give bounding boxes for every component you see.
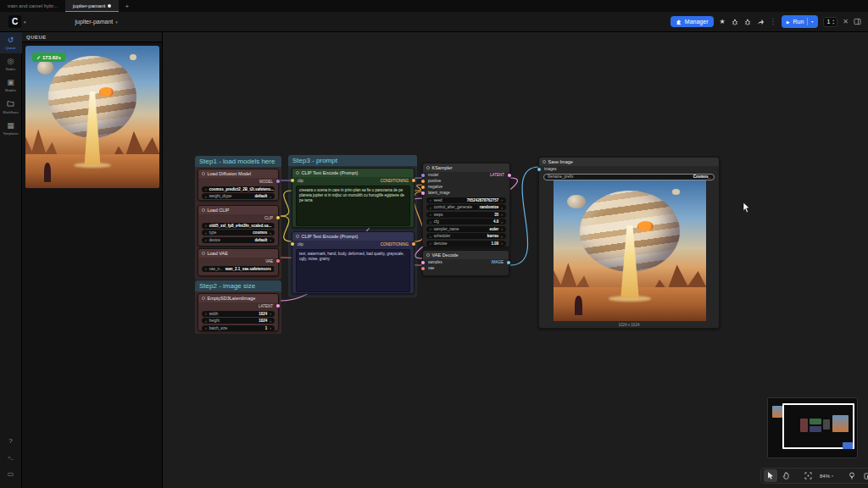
prev-icon[interactable]: ‹: [205, 223, 207, 228]
next-icon[interactable]: ›: [270, 311, 271, 316]
clip-input-port[interactable]: [291, 242, 294, 246]
next-icon[interactable]: ›: [501, 205, 503, 210]
tab-jupiter-pamant[interactable]: jupiter-pamant: [65, 0, 119, 12]
prev-icon[interactable]: ‹: [205, 194, 207, 199]
pan-tool-button[interactable]: [779, 469, 793, 482]
collapse-icon[interactable]: [202, 252, 205, 255]
manager-button[interactable]: Manager: [670, 16, 715, 27]
group-step3-header[interactable]: Step3 - prompt: [288, 155, 417, 166]
prev-icon[interactable]: ‹: [205, 186, 207, 191]
node-empty-latent-image[interactable]: EmptySD3LatentImage LATENT ‹ width 1024 …: [198, 293, 279, 331]
tab-train-and-camel[interactable]: train and camel hybr...: [0, 0, 65, 12]
widget-scheduler[interactable]: ‹ scheduler karras ›: [426, 233, 506, 239]
widget-width[interactable]: ‹ width 1024 ›: [202, 311, 275, 317]
queue-result-thumbnail[interactable]: ✓ 173.62s: [25, 46, 159, 188]
fit-view-button[interactable]: [801, 469, 815, 482]
collapse-icon[interactable]: [296, 171, 299, 175]
sidebar-item-models[interactable]: ▣ Models: [0, 75, 22, 96]
next-icon[interactable]: ›: [501, 226, 503, 231]
next-icon[interactable]: ›: [270, 230, 271, 236]
prev-icon[interactable]: ‹: [205, 266, 207, 271]
collapse-icon[interactable]: [426, 166, 430, 169]
widget-height[interactable]: ‹ height 1024 ›: [202, 318, 275, 324]
conditioning-output-port[interactable]: [412, 242, 415, 246]
positive-prompt-textarea[interactable]: creeaza o scena in care in prim-plan sa …: [296, 186, 410, 226]
logo-chevron-down-icon[interactable]: ▾: [24, 19, 26, 25]
clip-output-port[interactable]: [276, 216, 280, 219]
next-icon[interactable]: ›: [274, 266, 275, 271]
widget-unet-name[interactable]: ‹ cosmos_predict2_2B_t2i.safetens... ›: [202, 186, 275, 192]
group-step1-header[interactable]: Step1 - load models here: [195, 156, 281, 167]
widget-control-after-generate[interactable]: ‹ control_after_generate randomize ›: [426, 204, 506, 210]
next-icon[interactable]: ›: [270, 319, 271, 324]
run-chevron-down-icon[interactable]: ▾: [811, 19, 813, 24]
latent-output-port[interactable]: [276, 304, 280, 308]
widget-steps[interactable]: ‹ steps 35 ›: [426, 212, 506, 218]
prev-icon[interactable]: ‹: [205, 230, 207, 236]
conditioning-output-port[interactable]: [412, 179, 415, 182]
latent-image-input-port[interactable]: [421, 191, 425, 195]
node-ksampler[interactable]: KSampler model LATENT positive negative …: [422, 163, 510, 247]
node-load-clip[interactable]: Load CLIP CLIP ‹ oldt5_xxl_fp8_e4m3fn_sc…: [198, 205, 279, 247]
minimap[interactable]: [767, 397, 858, 458]
sidebar-item-templates[interactable]: ▦ Templates: [0, 118, 22, 139]
widget-cfg[interactable]: ‹ cfg 4.0 ›: [426, 219, 506, 225]
prev-icon[interactable]: ‹: [205, 319, 207, 324]
collapse-icon[interactable]: [202, 297, 205, 300]
collapse-icon[interactable]: [542, 160, 546, 164]
terminal-icon[interactable]: >_: [8, 455, 14, 460]
help-icon[interactable]: ?: [8, 437, 12, 445]
widget-denoise[interactable]: ‹ denoise 1.00 ›: [426, 241, 506, 247]
next-icon[interactable]: ›: [270, 237, 271, 242]
collapse-icon[interactable]: [296, 235, 299, 238]
close-icon[interactable]: ✕: [843, 18, 849, 25]
bug-report-icon[interactable]: [744, 19, 751, 25]
next-icon[interactable]: ›: [501, 241, 503, 246]
group-step2-header[interactable]: Step2 - image size: [195, 280, 281, 291]
new-tab-button[interactable]: +: [119, 0, 135, 12]
node-clip-text-encode-negative[interactable]: CLIP Text Encode (Prompt) clip CONDITION…: [292, 231, 415, 294]
lightbulb-icon[interactable]: [845, 469, 859, 482]
prev-icon[interactable]: ‹: [430, 197, 431, 202]
widget-seed[interactable]: ‹ seed 765242878762757 ›: [426, 197, 506, 203]
sidebar-item-workflows[interactable]: Workflows: [0, 96, 22, 118]
prev-icon[interactable]: ‹: [205, 311, 207, 316]
prev-icon[interactable]: ‹: [430, 234, 431, 239]
next-icon[interactable]: ›: [501, 234, 503, 239]
node-save-image[interactable]: Save Image images filename_prefix Cosmos…: [538, 157, 720, 329]
next-icon[interactable]: ›: [270, 325, 271, 330]
collapse-icon[interactable]: [426, 253, 430, 257]
images-input-port[interactable]: [537, 168, 541, 171]
prev-icon[interactable]: ‹: [430, 205, 431, 210]
vae-output-port[interactable]: [276, 259, 280, 263]
latent-output-port[interactable]: [508, 174, 511, 177]
widget-sampler-name[interactable]: ‹ sampler_name euler ›: [426, 226, 506, 232]
negative-input-port[interactable]: [421, 186, 425, 189]
batch-count-stepper[interactable]: 1 ▴▾: [823, 17, 837, 27]
stepper-arrows-icon[interactable]: ▴▾: [832, 19, 834, 25]
widget-filename-prefix[interactable]: filename_prefix Cosmos_: [543, 174, 715, 180]
share-icon[interactable]: [757, 19, 764, 25]
widget-batch-size[interactable]: ‹ batch_size 1 ›: [202, 325, 275, 331]
widget-type[interactable]: ‹ type cosmos ›: [202, 230, 275, 236]
node-vae-decode[interactable]: VAE Decode samples IMAGE vae: [422, 250, 509, 276]
zoom-level-dropdown[interactable]: 84% ▾: [816, 474, 837, 479]
comfyui-logo[interactable]: C: [8, 15, 21, 28]
collapse-icon[interactable]: [202, 208, 205, 212]
bug-icon[interactable]: [732, 19, 738, 25]
image-output-port[interactable]: [507, 261, 510, 264]
collapse-icon[interactable]: [202, 172, 205, 175]
prev-icon[interactable]: ‹: [205, 237, 207, 242]
vae-input-port[interactable]: [421, 267, 425, 270]
star-icon[interactable]: ★: [719, 19, 725, 25]
clip-input-port[interactable]: [291, 179, 294, 182]
keyboard-icon[interactable]: ▭: [8, 470, 14, 478]
node-clip-text-encode-positive[interactable]: CLIP Text Encode (Prompt) clip CONDITION…: [292, 168, 415, 228]
positive-input-port[interactable]: [421, 180, 425, 183]
next-icon[interactable]: ›: [501, 212, 503, 217]
toggle-minimap-button[interactable]: [860, 469, 868, 482]
saved-image-preview[interactable]: [554, 180, 706, 321]
next-icon[interactable]: ›: [501, 197, 503, 202]
node-load-vae[interactable]: Load VAE VAE ‹ vae_n... wan_2.1_vae.safe…: [198, 248, 279, 276]
more-options-icon[interactable]: ⋮: [770, 18, 776, 25]
